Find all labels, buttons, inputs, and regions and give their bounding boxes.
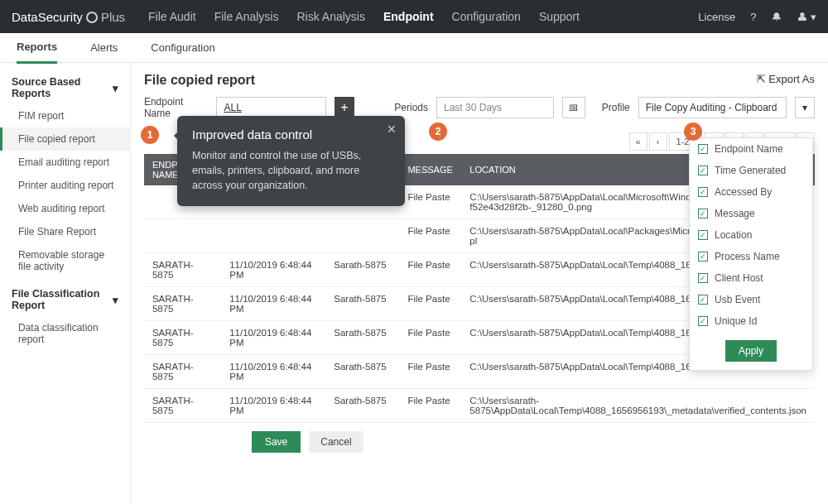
sub-tabs: Reports Alerts Configuration xyxy=(0,33,828,63)
brand-prefix: DataSecurity xyxy=(12,10,83,24)
cell-loc: C:\Users\sarath-5875\AppData\Local\Temp\… xyxy=(461,389,815,423)
cell-ac: Sarath-5875 xyxy=(325,253,399,287)
cancel-button[interactable]: Cancel xyxy=(309,431,363,453)
sidebar-item-printer-auditing[interactable]: Printer auditing report xyxy=(0,174,130,197)
column-option-label: Client Host xyxy=(715,272,763,284)
column-option-label: Message xyxy=(715,208,755,219)
callout-3: 3 xyxy=(684,122,702,141)
export-icon: ⇱ xyxy=(757,73,766,85)
cell-tm: 11/10/2019 6:48:44 PM xyxy=(221,389,325,423)
th-message[interactable]: MESSAGE xyxy=(399,154,461,185)
column-option[interactable]: ✓Unique Id xyxy=(690,310,812,332)
checkbox-icon: ✓ xyxy=(698,187,708,197)
column-option-label: Endpoint Name xyxy=(715,143,783,155)
pager-prev[interactable]: ‹ xyxy=(649,132,667,151)
cell-tm: 11/10/2019 6:48:44 PM xyxy=(221,321,325,355)
subtab-reports[interactable]: Reports xyxy=(17,32,57,64)
sidebar-item-data-classification[interactable]: Data classification report xyxy=(0,316,130,351)
sidebar-item-file-share[interactable]: File Share Report xyxy=(0,220,130,243)
sidebar-item-email-auditing[interactable]: Email auditing report xyxy=(0,151,130,174)
calendar-icon[interactable]: 📅︎ xyxy=(562,97,585,118)
column-option[interactable]: ✓Client Host xyxy=(690,267,812,289)
callout-1: 1 xyxy=(141,126,159,144)
column-option-label: Usb Event xyxy=(715,294,760,305)
checkbox-icon: ✓ xyxy=(698,166,708,175)
periods-field[interactable]: Last 30 Days xyxy=(436,97,554,118)
tooltip-title: Improved data control xyxy=(192,127,390,142)
sidebar-item-removable-storage[interactable]: Removable storage file activity xyxy=(0,243,130,278)
page-title: File copied report xyxy=(144,73,815,88)
checkbox-icon: ✓ xyxy=(698,295,708,305)
sidebar-item-file-copied[interactable]: File copied report xyxy=(0,127,130,151)
save-button[interactable]: Save xyxy=(252,431,301,453)
column-option[interactable]: ✓Process Name xyxy=(690,246,812,267)
top-right: License ? 🔔︎ 👤︎ ▾ xyxy=(698,11,816,23)
sidebar-group-classification[interactable]: File Classification Report ▾ xyxy=(0,283,130,316)
bell-icon[interactable]: 🔔︎ xyxy=(771,11,782,23)
pager-first[interactable]: « xyxy=(629,132,647,151)
sidebar-item-fim[interactable]: FIM report xyxy=(0,104,130,127)
nav-support[interactable]: Support xyxy=(539,10,580,23)
feature-tooltip: ✕ Improved data control Monitor and cont… xyxy=(177,116,405,206)
cell-ms: File Paste xyxy=(399,321,461,355)
brand-logo: DataSecurity Plus xyxy=(12,10,125,24)
cell-ac: Sarath-5875 xyxy=(325,321,399,355)
column-option-label: Time Generated xyxy=(715,165,786,176)
export-as-button[interactable]: ⇱ Export As xyxy=(757,73,815,85)
column-option[interactable]: ✓Message xyxy=(690,203,812,224)
brand-suffix: Plus xyxy=(101,10,125,24)
cell-ep: SARATH-5875 xyxy=(144,287,221,321)
column-option-label: Process Name xyxy=(715,251,780,262)
cell-ep xyxy=(144,219,221,253)
nav-configuration[interactable]: Configuration xyxy=(452,10,521,23)
help-icon[interactable]: ? xyxy=(750,11,756,23)
cell-ep: SARATH-5875 xyxy=(144,389,221,423)
profile-select[interactable]: File Copy Auditing - Clipboard xyxy=(638,97,787,118)
license-link[interactable]: License xyxy=(698,11,735,23)
column-option[interactable]: ✓Endpoint Name xyxy=(690,138,812,160)
checkbox-icon: ✓ xyxy=(698,316,708,326)
column-option[interactable]: ✓Time Generated xyxy=(690,160,812,181)
profile-dropdown-toggle[interactable]: ▾ xyxy=(795,97,815,118)
cell-ms: File Paste xyxy=(399,287,461,321)
checkbox-icon: ✓ xyxy=(698,252,708,262)
cell-ep: SARATH-5875 xyxy=(144,253,221,287)
callout-2: 2 xyxy=(429,122,447,141)
column-option[interactable]: ✓Accessed By xyxy=(690,181,812,203)
table-row[interactable]: SARATH-587511/10/2019 6:48:44 PMSarath-5… xyxy=(144,389,815,423)
cell-ms: File Paste xyxy=(399,355,461,389)
cell-ms: File Paste xyxy=(399,185,461,219)
chevron-down-icon: ▾ xyxy=(113,82,118,94)
cell-ac: Sarath-5875 xyxy=(325,389,399,423)
cell-ep: SARATH-5875 xyxy=(144,355,221,389)
column-option-label: Accessed By xyxy=(715,186,772,198)
subtab-configuration[interactable]: Configuration xyxy=(151,33,214,62)
user-menu-icon[interactable]: 👤︎ ▾ xyxy=(797,11,816,23)
export-label: Export As xyxy=(768,73,815,85)
sidebar-item-web-auditing[interactable]: Web auditing report xyxy=(0,197,130,220)
checkbox-icon: ✓ xyxy=(698,273,708,283)
gear-icon xyxy=(86,12,98,23)
column-picker-dropdown: ✓Endpoint Name✓Time Generated✓Accessed B… xyxy=(689,137,813,371)
cell-ms: File Paste xyxy=(399,389,461,423)
sidebar-group-label: File Classification Report xyxy=(12,288,113,311)
cell-tm: 11/10/2019 6:48:44 PM xyxy=(221,355,325,389)
column-picker-apply-button[interactable]: Apply xyxy=(725,340,777,362)
sidebar: Source Based Reports ▾ FIM report File c… xyxy=(0,63,131,504)
chevron-down-icon: ▾ xyxy=(113,294,118,306)
top-nav: File Audit File Analysis Risk Analysis E… xyxy=(148,10,698,23)
nav-file-audit[interactable]: File Audit xyxy=(148,10,196,23)
sidebar-group-label: Source Based Reports xyxy=(12,76,113,99)
sidebar-group-source[interactable]: Source Based Reports ▾ xyxy=(0,71,130,104)
column-option[interactable]: ✓Location xyxy=(690,224,812,246)
subtab-alerts[interactable]: Alerts xyxy=(90,33,118,62)
column-option[interactable]: ✓Usb Event xyxy=(690,289,812,310)
nav-risk-analysis[interactable]: Risk Analysis xyxy=(296,10,364,23)
profile-label: Profile xyxy=(602,102,630,113)
nav-file-analysis[interactable]: File Analysis xyxy=(214,10,279,23)
nav-endpoint[interactable]: Endpoint xyxy=(383,10,434,23)
column-option-label: Unique Id xyxy=(715,315,757,327)
topbar: DataSecurity Plus File Audit File Analys… xyxy=(0,0,828,33)
cell-ac: Sarath-5875 xyxy=(325,287,399,321)
close-icon[interactable]: ✕ xyxy=(387,122,397,136)
